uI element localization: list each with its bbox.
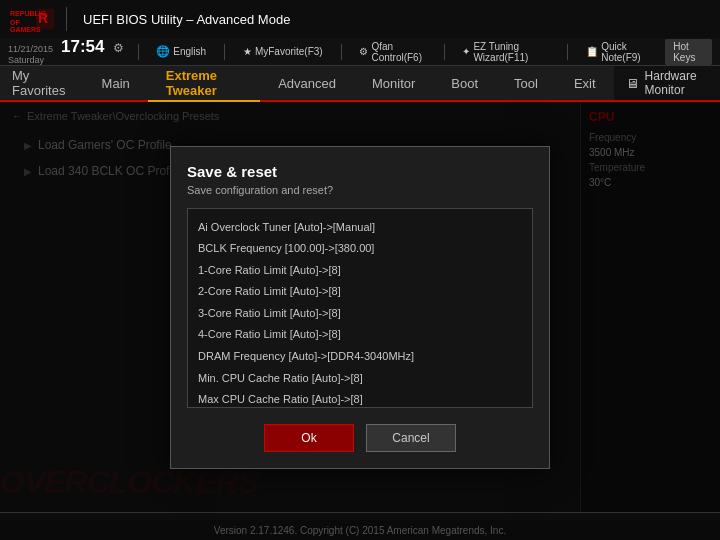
divider-1	[138, 44, 139, 60]
modal-buttons: Ok Cancel	[187, 424, 533, 452]
save-reset-modal: Save & reset Save configuration and rese…	[170, 146, 550, 469]
time-display: 17:54	[61, 37, 104, 57]
datetime: 11/21/2015 Saturday 17:54 ⚙	[8, 37, 124, 66]
day-display: Saturday	[8, 55, 53, 66]
modal-list-item: 3-Core Ratio Limit [Auto]->[8]	[198, 303, 522, 325]
tab-boot[interactable]: Boot	[433, 66, 496, 102]
logo-area: REPUBLIC OF GAMERS R	[8, 5, 67, 33]
star-icon: ★	[243, 46, 252, 57]
note-icon: 📋	[586, 46, 598, 57]
wand-icon: ✦	[462, 46, 470, 57]
toolbar: 11/21/2015 Saturday 17:54 ⚙ 🌐 English ★ …	[0, 38, 720, 66]
hw-monitor-label: Hardware Monitor	[645, 69, 708, 97]
qfan-button[interactable]: ⚙ Qfan Control(F6)	[355, 39, 429, 65]
modal-list-item: DRAM Frequency [Auto]->[DDR4-3040MHz]	[198, 346, 522, 368]
bios-title: UEFI BIOS Utility – Advanced Mode	[83, 12, 712, 27]
ez-label: EZ Tuning Wizard(F11)	[473, 41, 549, 63]
modal-overlay: Save & reset Save configuration and rese…	[0, 102, 720, 512]
tab-monitor[interactable]: Monitor	[354, 66, 433, 102]
nav-tabs: My Favorites Main Extreme Tweaker Advanc…	[0, 66, 720, 102]
version-bar: Version 2.17.1246. Copyright (C) 2015 Am…	[0, 520, 720, 540]
rog-logo-icon: REPUBLIC OF GAMERS R	[8, 5, 60, 33]
header-bar: REPUBLIC OF GAMERS R UEFI BIOS Utility –…	[0, 0, 720, 38]
quicknote-button[interactable]: 📋 Quick Note(F9)	[582, 39, 653, 65]
tab-tool[interactable]: Tool	[496, 66, 556, 102]
myfavorite-button[interactable]: ★ MyFavorite(F3)	[239, 44, 327, 59]
ok-button[interactable]: Ok	[264, 424, 354, 452]
tab-extreme-tweaker[interactable]: Extreme Tweaker	[148, 66, 260, 102]
main-content: ← Extreme Tweaker\Overclocking Presets ▶…	[0, 102, 720, 512]
modal-list-item: 2-Core Ratio Limit [Auto]->[8]	[198, 281, 522, 303]
hotkeys-button[interactable]: Hot Keys	[665, 39, 712, 65]
monitor-icon: 🖥	[626, 76, 639, 91]
quicknote-label: Quick Note(F9)	[601, 41, 649, 63]
tab-advanced[interactable]: Advanced	[260, 66, 354, 102]
svg-text:R: R	[38, 10, 48, 26]
divider-3	[341, 44, 342, 60]
fan-icon: ⚙	[359, 46, 368, 57]
modal-changes-list: Ai Overclock Tuner [Auto]->[Manual]BCLK …	[187, 208, 533, 408]
divider-4	[444, 44, 445, 60]
tab-exit[interactable]: Exit	[556, 66, 614, 102]
ez-tuning-button[interactable]: ✦ EZ Tuning Wizard(F11)	[458, 39, 553, 65]
hw-monitor-tab[interactable]: 🖥 Hardware Monitor	[614, 66, 720, 100]
qfan-label: Qfan Control(F6)	[371, 41, 425, 63]
settings-icon[interactable]: ⚙	[113, 41, 124, 55]
modal-list-item: Max CPU Cache Ratio [Auto]->[8]	[198, 389, 522, 407]
modal-subtitle: Save configuration and reset?	[187, 184, 533, 196]
modal-list-item: 1-Core Ratio Limit [Auto]->[8]	[198, 260, 522, 282]
date-display: 11/21/2015	[8, 44, 53, 55]
modal-list-item: BCLK Frequency [100.00]->[380.00]	[198, 238, 522, 260]
modal-list-item: Min. CPU Cache Ratio [Auto]->[8]	[198, 368, 522, 390]
svg-text:OF: OF	[10, 19, 20, 26]
myfavorite-label: MyFavorite(F3)	[255, 46, 323, 57]
version-text: Version 2.17.1246. Copyright (C) 2015 Am…	[214, 525, 506, 536]
globe-icon: 🌐	[156, 45, 170, 58]
tab-main[interactable]: Main	[84, 66, 148, 102]
modal-list-item: Ai Overclock Tuner [Auto]->[Manual]	[198, 217, 522, 239]
divider-2	[224, 44, 225, 60]
modal-list-item: 4-Core Ratio Limit [Auto]->[8]	[198, 324, 522, 346]
tab-my-favorites[interactable]: My Favorites	[0, 66, 84, 102]
english-label: English	[173, 46, 206, 57]
english-menu[interactable]: 🌐 English	[152, 43, 210, 60]
divider-5	[567, 44, 568, 60]
modal-title: Save & reset	[187, 163, 533, 180]
cancel-button[interactable]: Cancel	[366, 424, 456, 452]
